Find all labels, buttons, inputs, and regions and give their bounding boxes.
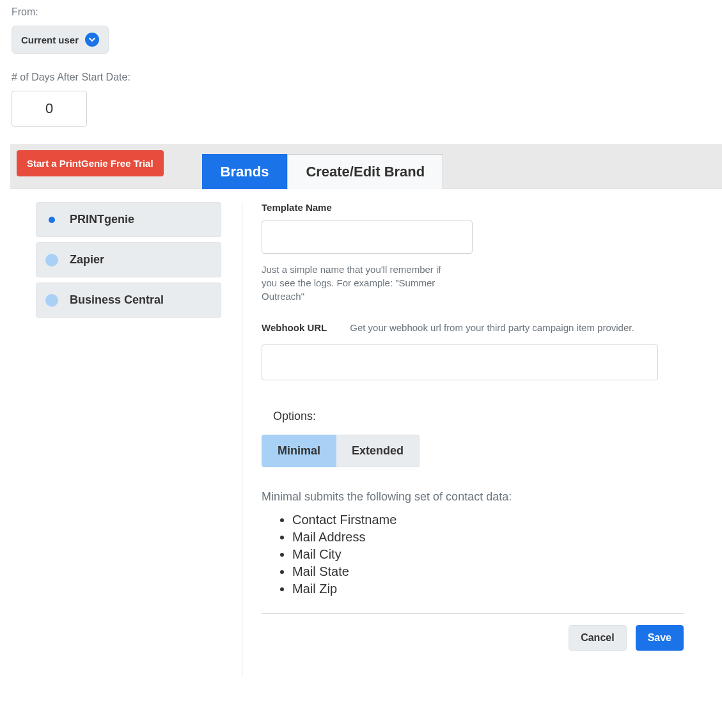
template-name-label: Template Name <box>262 202 684 213</box>
brand-item-label: Business Central <box>70 293 164 307</box>
top-bar: Start a PrintGenie Free Trial Brands Cre… <box>10 144 722 189</box>
brand-item-printgenie[interactable]: PRINTgenie <box>36 202 221 237</box>
radio-selected-icon <box>49 217 55 223</box>
tabs: Brands Create/Edit Brand <box>202 154 444 189</box>
brand-list: PRINTgenie Zapier Business Central <box>36 202 221 676</box>
brand-item-business-central[interactable]: Business Central <box>36 283 221 318</box>
options-label: Options: <box>273 410 684 423</box>
list-item: Mail State <box>292 564 684 579</box>
from-value: Current user <box>21 35 79 45</box>
radio-icon <box>45 294 58 307</box>
list-item: Mail Zip <box>292 582 684 596</box>
list-item: Mail Address <box>292 530 684 545</box>
minimal-description: Minimal submits the following set of con… <box>262 490 684 504</box>
brand-form: Template Name Just a simple name that yo… <box>242 202 722 676</box>
list-item: Mail City <box>292 547 684 562</box>
option-tabs: Minimal Extended <box>262 435 420 467</box>
divider <box>262 613 684 614</box>
webhook-url-help: Get your webhook url from your third par… <box>350 322 634 333</box>
template-name-help: Just a simple name that you'll remember … <box>262 263 447 303</box>
days-after-label: # of Days After Start Date: <box>12 72 722 83</box>
tab-create-edit-brand[interactable]: Create/Edit Brand <box>287 154 443 189</box>
from-dropdown[interactable]: Current user <box>12 26 109 54</box>
webhook-url-label: Webhook URL <box>262 322 327 333</box>
from-label: From: <box>12 6 722 18</box>
webhook-url-input[interactable] <box>262 345 658 380</box>
form-actions: Cancel Save <box>262 625 684 651</box>
days-after-input[interactable] <box>12 91 87 127</box>
chevron-down-icon <box>85 33 99 47</box>
option-minimal[interactable]: Minimal <box>262 435 336 467</box>
start-trial-button[interactable]: Start a PrintGenie Free Trial <box>17 150 164 176</box>
brand-item-label: Zapier <box>70 253 104 267</box>
template-name-input[interactable] <box>262 221 473 254</box>
tab-brands[interactable]: Brands <box>202 154 288 189</box>
cancel-button[interactable]: Cancel <box>569 625 626 651</box>
brand-item-label: PRINTgenie <box>70 213 134 226</box>
list-item: Contact Firstname <box>292 513 684 527</box>
radio-icon <box>45 254 58 267</box>
contact-field-list: Contact Firstname Mail Address Mail City… <box>262 513 684 596</box>
option-extended[interactable]: Extended <box>336 435 420 467</box>
save-button[interactable]: Save <box>636 625 684 651</box>
brand-item-zapier[interactable]: Zapier <box>36 242 221 277</box>
